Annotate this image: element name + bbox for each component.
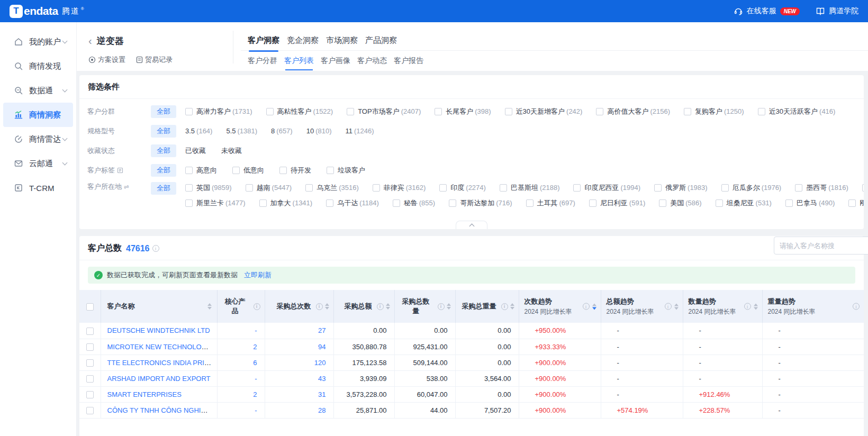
trade-records-button[interactable]: 贸易记录 (136, 55, 173, 65)
filter-option[interactable]: 墨西哥 (1816) (795, 183, 848, 193)
filter-option[interactable]: 秘鲁 (855) (393, 198, 435, 208)
filter-option[interactable]: 近30天新增客户 (242) (505, 107, 583, 116)
exchange-icon[interactable]: ⇌ (124, 183, 129, 190)
purchase-times-cell[interactable]: 94 (265, 339, 333, 355)
checkbox[interactable] (373, 184, 380, 192)
filter-option[interactable]: 近30天活跃客户 (416) (758, 107, 836, 116)
filter-option[interactable]: 印度尼西亚 (1994) (573, 183, 640, 193)
purchase-times-cell[interactable]: 43 (265, 370, 333, 386)
checkbox[interactable] (259, 199, 267, 207)
filter-option[interactable]: 待开发 (279, 166, 313, 175)
filter-option[interactable]: 3.5 (164) (185, 127, 212, 135)
core-products-cell[interactable]: - (217, 370, 265, 386)
subtab-customer-list[interactable]: 客户列表 (284, 56, 314, 70)
checkbox[interactable] (347, 108, 354, 115)
filter-option[interactable]: 10 (810) (306, 127, 332, 135)
customer-name-link[interactable]: TTE ELECTRONICS INDIA PRIVATE ... (107, 359, 218, 367)
filter-option[interactable]: 印度 (2274) (439, 183, 486, 193)
filter-option[interactable]: 长尾客户 (398) (435, 107, 491, 116)
info-icon[interactable]: i (665, 303, 672, 310)
checkbox[interactable] (266, 108, 274, 115)
info-icon[interactable]: i (853, 303, 860, 310)
sidebar-item-my-account[interactable]: 我的账户 (3, 30, 73, 54)
all-chip[interactable]: 全部 (151, 144, 176, 157)
sidebar-item-cloud-mail[interactable]: 云邮通 (3, 151, 73, 176)
subtab-customer-profile[interactable]: 客户画像 (321, 56, 350, 70)
purchase-times-cell[interactable]: 31 (265, 386, 333, 402)
row-checkbox[interactable] (86, 375, 94, 383)
core-products-cell[interactable]: 2 (217, 339, 265, 355)
filter-option[interactable]: 乌克兰 (3516) (305, 183, 359, 193)
filter-option[interactable]: 高粘性客户 (1522) (266, 107, 333, 116)
filter-option[interactable]: TOP市场客户 (2407) (347, 107, 421, 116)
filter-option[interactable]: 高价值大客户 (2156) (596, 107, 670, 116)
filter-option[interactable]: 孟 (862, 183, 864, 193)
purchase-times-cell[interactable]: 27 (265, 323, 333, 339)
all-chip[interactable]: 全部 (151, 125, 176, 138)
info-icon[interactable]: i (583, 303, 590, 310)
customer-search-input[interactable] (774, 237, 868, 255)
core-products-cell[interactable]: - (217, 323, 265, 339)
info-icon[interactable]: i (152, 245, 159, 252)
filter-option[interactable]: 美国 (586) (659, 198, 701, 208)
info-icon[interactable]: i (438, 303, 445, 310)
checkbox[interactable] (185, 184, 193, 192)
filter-option[interactable]: 土耳其 (697) (526, 198, 575, 208)
sidebar-item-tcrm[interactable]: T-CRM (3, 176, 73, 200)
customer-name-link[interactable]: DEUTSCHE WINDTECHNIK LTD (107, 326, 210, 334)
select-all-checkbox[interactable] (86, 303, 94, 311)
info-icon[interactable]: i (254, 303, 260, 310)
checkbox[interactable] (326, 199, 333, 207)
info-icon[interactable]: i (744, 303, 751, 310)
checkbox[interactable] (439, 184, 447, 192)
all-chip[interactable]: 全部 (151, 182, 176, 195)
checkbox[interactable] (185, 108, 193, 115)
filter-option[interactable]: 巴拿马 (490) (785, 198, 835, 208)
filter-option[interactable]: 高意向 (185, 166, 219, 175)
row-checkbox[interactable] (86, 359, 94, 367)
tab-customer-insight[interactable]: 客户洞察 (248, 35, 279, 52)
filter-option[interactable]: 乌干达 (1184) (326, 198, 379, 208)
customer-name-link[interactable]: MICROTEK NEW TECHNOLOGIES P... (107, 343, 218, 351)
sort-icon[interactable] (674, 303, 679, 310)
filter-option[interactable]: 坦桑尼亚 (531) (716, 198, 772, 208)
tag-list-icon[interactable] (117, 167, 123, 174)
checkbox[interactable] (526, 199, 534, 207)
sort-icon[interactable] (207, 303, 212, 310)
subtab-customer-activity[interactable]: 客户动态 (357, 56, 387, 70)
checkbox[interactable] (327, 167, 334, 174)
checkbox[interactable] (246, 184, 253, 192)
all-chip[interactable]: 全部 (151, 164, 176, 177)
online-service-link[interactable]: 在线客服 NEW (734, 6, 800, 16)
filter-option[interactable]: 俄罗斯 (1983) (654, 183, 708, 193)
sidebar-item-data-link[interactable]: 数据通 (3, 78, 73, 103)
filter-option[interactable]: 越南 (5447) (246, 183, 292, 193)
checkbox[interactable] (305, 184, 313, 192)
checkbox[interactable] (654, 184, 662, 192)
tab-competitor-insight[interactable]: 竞企洞察 (287, 35, 319, 52)
filter-option[interactable]: 加拿大 (1341) (259, 198, 313, 208)
filter-option[interactable]: 刚果 (848, 198, 864, 208)
row-checkbox[interactable] (86, 407, 94, 414)
checkbox[interactable] (596, 108, 603, 115)
filter-option[interactable]: 高潜力客户 (1731) (185, 107, 252, 116)
sidebar-item-business-radar[interactable]: 商情雷达 (3, 127, 73, 151)
checkbox[interactable] (505, 108, 512, 115)
subtab-customer-report[interactable]: 客户报告 (394, 56, 423, 70)
filter-option[interactable]: 哥斯达黎加 (716) (449, 198, 512, 208)
checkbox[interactable] (573, 184, 581, 192)
filter-option[interactable]: 斯里兰卡 (1477) (185, 198, 246, 208)
purchase-times-cell[interactable]: 28 (265, 402, 333, 418)
checkbox[interactable] (279, 167, 287, 174)
customer-name-link[interactable]: SMART ENTERPRISES (107, 390, 182, 398)
core-products-cell[interactable]: 2 (217, 386, 265, 402)
all-chip[interactable]: 全部 (151, 105, 176, 118)
checkbox[interactable] (435, 108, 442, 115)
checkbox[interactable] (589, 199, 596, 207)
sort-icon[interactable] (386, 303, 390, 310)
tab-product-insight[interactable]: 产品洞察 (365, 35, 397, 52)
checkbox[interactable] (185, 167, 193, 174)
checkbox[interactable] (659, 199, 666, 207)
filter-option[interactable]: 尼日利亚 (591) (589, 198, 645, 208)
filter-option[interactable]: 5.5 (1381) (226, 127, 257, 135)
